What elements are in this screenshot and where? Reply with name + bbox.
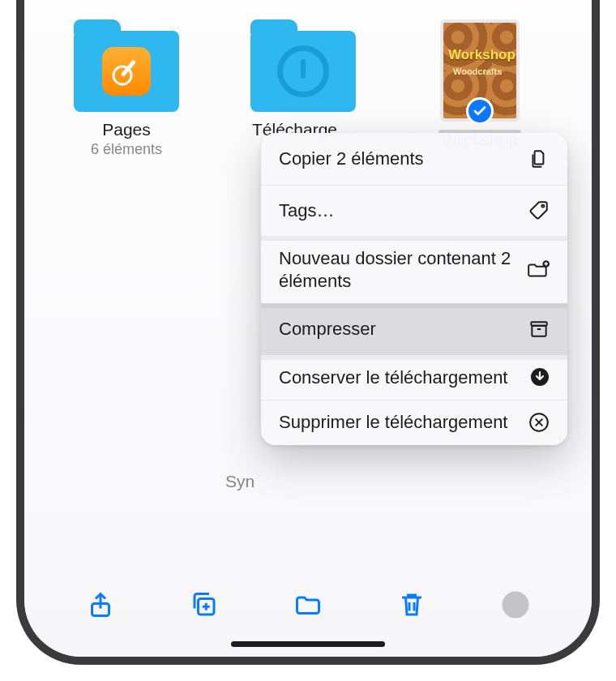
files-screen: Pages 6 éléments Télécharge… Workshop Wo… bbox=[24, 0, 592, 657]
sync-status-partial: Syn bbox=[225, 472, 255, 491]
thumb-title: Workshop bbox=[448, 47, 515, 63]
menu-remove-download[interactable]: Supprimer le téléchargement bbox=[261, 400, 567, 445]
remove-circle-icon bbox=[528, 412, 550, 433]
item-title: Pages bbox=[102, 120, 151, 139]
menu-label: Copier 2 éléments bbox=[279, 148, 528, 170]
context-menu: Copier 2 éléments Tags… Nouveau dossier … bbox=[261, 133, 567, 445]
file-thumbnail: Workshop Woodcrafts bbox=[440, 19, 520, 122]
pages-app-icon bbox=[102, 47, 151, 96]
archive-icon bbox=[528, 319, 550, 340]
menu-label: Compresser bbox=[279, 318, 528, 340]
home-indicator[interactable] bbox=[231, 641, 385, 647]
folder-icon bbox=[250, 31, 356, 112]
item-subtitle: 6 éléments bbox=[91, 141, 162, 158]
duplicate-button[interactable] bbox=[186, 587, 222, 623]
tag-icon bbox=[528, 199, 550, 221]
svg-point-11 bbox=[508, 603, 511, 606]
menu-tags[interactable]: Tags… bbox=[261, 185, 567, 237]
move-button[interactable] bbox=[290, 587, 326, 623]
menu-label: Conserver le téléchargement bbox=[279, 366, 530, 389]
svg-rect-5 bbox=[532, 325, 545, 336]
menu-keep-download[interactable]: Conserver le téléchargement bbox=[261, 355, 567, 400]
svg-point-13 bbox=[520, 603, 523, 606]
menu-compress[interactable]: Compresser bbox=[261, 303, 567, 355]
folder-item-pages[interactable]: Pages 6 éléments bbox=[62, 19, 191, 158]
menu-new-folder[interactable]: Nouveau dossier contenant 2 éléments bbox=[261, 236, 567, 303]
svg-point-12 bbox=[514, 603, 517, 606]
share-button[interactable] bbox=[83, 587, 118, 623]
more-button[interactable] bbox=[498, 587, 533, 623]
device-frame: Pages 6 éléments Télécharge… Workshop Wo… bbox=[16, 0, 600, 665]
selection-check-icon bbox=[466, 97, 494, 125]
clock-icon bbox=[277, 45, 329, 97]
copy-icon bbox=[528, 148, 550, 169]
delete-button[interactable] bbox=[394, 587, 430, 623]
bottom-toolbar bbox=[24, 587, 592, 623]
menu-label: Supprimer le téléchargement bbox=[279, 411, 528, 434]
download-filled-icon bbox=[530, 367, 550, 387]
menu-label: Tags… bbox=[279, 199, 528, 222]
folder-icon bbox=[74, 31, 179, 112]
svg-rect-1 bbox=[121, 60, 136, 78]
menu-label: Nouveau dossier contenant 2 éléments bbox=[279, 247, 527, 292]
svg-point-2 bbox=[541, 205, 544, 208]
thumb-subtitle: Woodcrafts bbox=[453, 66, 502, 76]
menu-copy[interactable]: Copier 2 éléments bbox=[261, 133, 567, 185]
new-folder-icon bbox=[527, 259, 550, 281]
